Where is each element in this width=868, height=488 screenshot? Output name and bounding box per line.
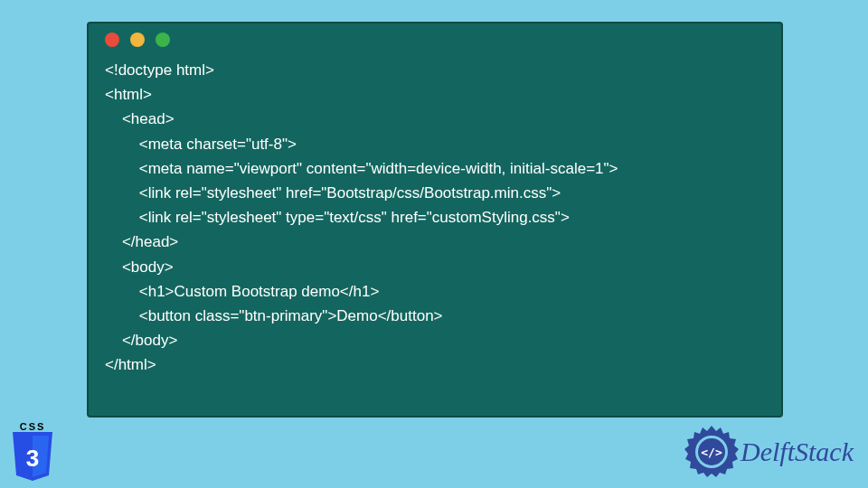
delftstack-text: DelftStack bbox=[741, 436, 854, 467]
close-icon bbox=[105, 33, 119, 47]
maximize-icon bbox=[156, 33, 170, 47]
traffic-lights bbox=[89, 33, 781, 58]
css3-digit: 3 bbox=[26, 445, 39, 472]
css3-logo: CSS 3 bbox=[9, 421, 56, 483]
code-window: <!doctype html> <html> <head> <meta char… bbox=[87, 22, 783, 418]
css3-label: CSS bbox=[9, 421, 56, 432]
delftstack-logo: </> DelftStack bbox=[684, 425, 854, 479]
gear-icon: </> bbox=[684, 425, 739, 479]
code-content: <!doctype html> <html> <head> <meta char… bbox=[89, 58, 781, 377]
minimize-icon bbox=[130, 33, 145, 47]
css3-shield-icon: 3 bbox=[10, 432, 55, 483]
svg-text:</>: </> bbox=[701, 446, 722, 459]
